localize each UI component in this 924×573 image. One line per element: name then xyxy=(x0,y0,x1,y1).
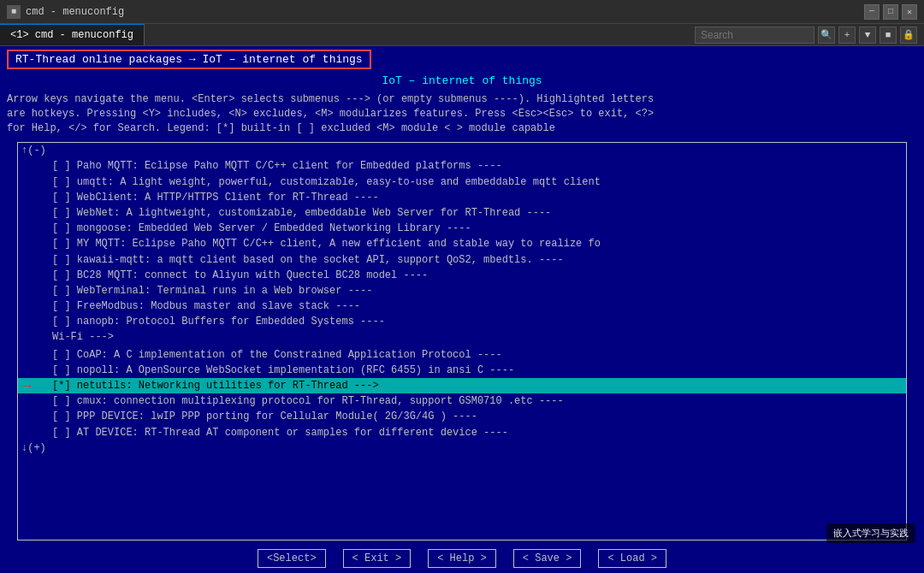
menu-item[interactable]: [ ] PPP DEVICE: lwIP PPP porting for Cel… xyxy=(18,409,906,424)
menu-item-text: [ ] WebTerminal: Terminal runs in a Web … xyxy=(52,285,372,297)
menu-item-text: [ ] AT DEVICE: RT-Thread AT component or… xyxy=(52,427,508,439)
close-button[interactable]: ✕ xyxy=(902,4,917,20)
dropdown-button[interactable]: ▼ xyxy=(859,27,876,44)
bottom-button[interactable]: < Exit > xyxy=(343,549,412,568)
menu-box: ↑(-) [ ] Paho MQTT: Eclipse Paho MQTT C/… xyxy=(17,142,907,541)
menu-item-text: [ ] PPP DEVICE: lwIP PPP porting for Cel… xyxy=(52,411,477,422)
menu-item[interactable]: Wi-Fi ---> xyxy=(18,329,906,345)
menu-item[interactable]: [ ] MY MQTT: Eclipse Paho MQTT C/C++ cli… xyxy=(18,236,906,251)
main-area: RT-Thread online packages → IoT – intern… xyxy=(0,46,924,573)
center-title: IoT – internet of things xyxy=(0,73,924,89)
maximize-button[interactable]: □ xyxy=(883,4,898,20)
menu-item-text: [ ] Paho MQTT: Eclipse Paho MQTT C/C++ c… xyxy=(52,160,502,172)
menu-item[interactable]: [ ] Paho MQTT: Eclipse Paho MQTT C/C++ c… xyxy=(18,158,906,174)
bottom-button[interactable]: < Load > xyxy=(598,549,666,568)
menu-item[interactable]: [ ] WebNet: A lightweight, customizable,… xyxy=(18,205,906,221)
button-bar: <Select>< Exit >< Help >< Save >< Load > xyxy=(0,544,924,573)
menu-item[interactable]: [ ] WebTerminal: Terminal runs in a Web … xyxy=(18,283,906,298)
menu-item-text: [ ] WebClient: A HTTP/HTTPS Client for R… xyxy=(52,192,379,204)
menu-items-wrapper: [ ] Paho MQTT: Eclipse Paho MQTT C/C++ c… xyxy=(18,158,906,440)
menu-item-text: [*] netutils: Networking utilities for R… xyxy=(52,380,379,392)
help-line-3: for Help, </> for Search. Legend: [*] bu… xyxy=(7,121,917,136)
red-arrow-icon: → xyxy=(23,378,32,397)
search-icon-button[interactable]: 🔍 xyxy=(818,27,835,44)
menu-item[interactable]: [ ] FreeModbus: Modbus master and slave … xyxy=(18,298,906,314)
menu-item[interactable]: [ ] cmux: connection multiplexing protoc… xyxy=(18,393,906,409)
title-bar: ■ cmd - menuconfig ─ □ ✕ xyxy=(0,0,924,24)
menu-item-text: [ ] umqtt: A light weight, powerful, cus… xyxy=(52,176,601,188)
menu-item[interactable]: [ ] umqtt: A light weight, powerful, cus… xyxy=(18,174,906,190)
help-line-1: Arrow keys navigate the menu. <Enter> se… xyxy=(7,92,917,107)
menu-item-text: [ ] mongoose: Embedded Web Server / Embe… xyxy=(52,222,471,234)
menu-item-text: [ ] cmux: connection multiplexing protoc… xyxy=(52,395,564,407)
menu-separator-top: ↑(-) xyxy=(18,143,906,158)
menu-item[interactable]: [ ] WebClient: A HTTP/HTTPS Client for R… xyxy=(18,190,906,205)
title-bar-text: cmd - menuconfig xyxy=(26,6,864,18)
active-tab[interactable]: <1> cmd - menuconfig xyxy=(0,24,145,45)
bottom-button[interactable]: < Save > xyxy=(513,549,582,568)
view-button[interactable]: ■ xyxy=(880,27,897,44)
search-input[interactable] xyxy=(695,27,814,44)
menu-item[interactable]: [ ] CoAP: A C implementation of the Cons… xyxy=(18,347,906,363)
menu-item[interactable]: [ ] BC28 MQTT: connect to Aliyun with Qu… xyxy=(18,268,906,283)
tab-bar: <1> cmd - menuconfig 🔍 + ▼ ■ 🔒 xyxy=(0,24,924,46)
menu-item-text: [ ] nopoll: A OpenSource WebSocket imple… xyxy=(52,364,514,376)
bottom-button[interactable]: < Help > xyxy=(428,549,496,568)
add-tab-button[interactable]: + xyxy=(838,27,856,44)
menu-item-text: [ ] CoAP: A C implementation of the Cons… xyxy=(52,349,502,361)
menu-item-text: [ ] MY MQTT: Eclipse Paho MQTT C/C++ cli… xyxy=(52,238,601,250)
menu-item-text: [ ] nanopb: Protocol Buffers for Embedde… xyxy=(52,316,385,328)
menu-item-text: [ ] FreeModbus: Modbus master and slave … xyxy=(52,300,360,312)
breadcrumb: RT-Thread online packages → IoT – intern… xyxy=(7,50,371,69)
menu-item-text: [ ] WebNet: A lightweight, customizable,… xyxy=(52,207,551,219)
breadcrumb-bar: RT-Thread online packages → IoT – intern… xyxy=(0,46,924,73)
menu-item[interactable]: [ ] AT DEVICE: RT-Thread AT component or… xyxy=(18,425,906,440)
minimize-button[interactable]: ─ xyxy=(864,4,880,20)
bottom-button[interactable]: <Select> xyxy=(258,549,326,568)
menu-item[interactable]: [ ] nopoll: A OpenSource WebSocket imple… xyxy=(18,363,906,378)
menu-item-text: [ ] BC28 MQTT: connect to Aliyun with Qu… xyxy=(52,269,428,281)
menu-item[interactable]: [ ] nanopb: Protocol Buffers for Embedde… xyxy=(18,314,906,329)
menu-item-text: [ ] kawaii-mqtt: a mqtt client based on … xyxy=(52,254,564,266)
menu-item[interactable]: [ ] kawaii-mqtt: a mqtt client based on … xyxy=(18,252,906,268)
title-bar-icon: ■ xyxy=(7,5,21,19)
watermark: 嵌入式学习与实践 xyxy=(826,523,915,543)
menu-item[interactable]: [ ] mongoose: Embedded Web Server / Embe… xyxy=(18,221,906,236)
menu-item[interactable]: →[*] netutils: Networking utilities for … xyxy=(18,378,906,393)
lock-icon: 🔒 xyxy=(900,27,917,44)
help-text-area: Arrow keys navigate the menu. <Enter> se… xyxy=(0,89,924,139)
menu-separator-bottom: ↓(+) xyxy=(18,440,906,456)
help-line-2: are hotkeys. Pressing <Y> includes, <N> … xyxy=(7,107,917,121)
menu-item-text: Wi-Fi ---> xyxy=(52,331,114,343)
